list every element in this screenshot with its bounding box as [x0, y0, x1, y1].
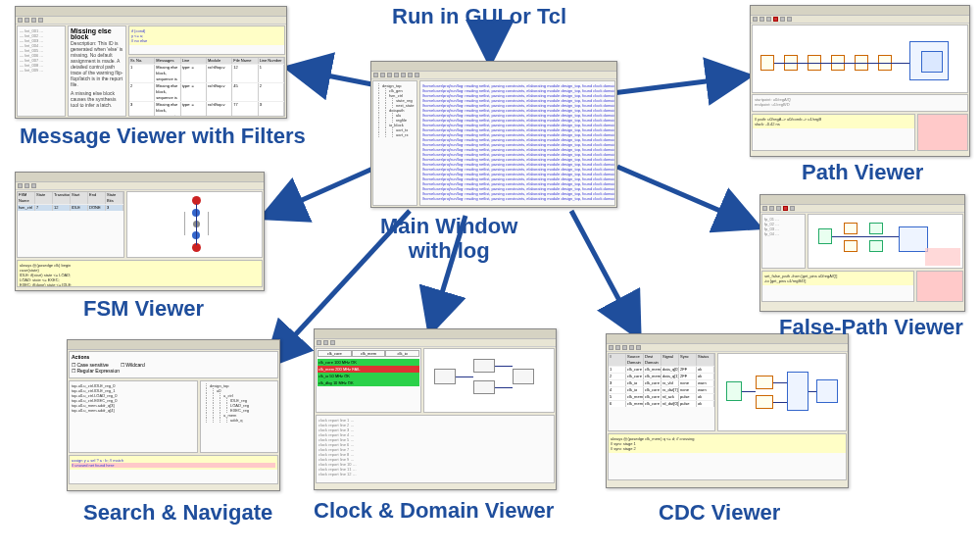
- cdc-grid[interactable]: #Source DomainDest DomainSignalSyncStatu…: [608, 353, 715, 431]
- cdc-schematic[interactable]: [717, 353, 847, 431]
- message-list[interactable]: — lint_001 …— lint_002 …— lint_003 … — l…: [18, 26, 65, 75]
- label-main-window: Main Windowwith log: [380, 214, 517, 264]
- false-path-code: set_false_path -from [get_pins u0/regA/Q…: [762, 272, 913, 285]
- main-window: design_top clk_gen fsm_ctrl state_reg ne…: [370, 61, 617, 208]
- label-fsm-viewer: FSM Viewer: [83, 296, 204, 321]
- fsm-code: always @(posedge clk) begin case(state) …: [18, 261, 262, 287]
- search-options[interactable]: Actions ☐ Case sensitive ☐ Wildcard ☐ Re…: [69, 351, 278, 378]
- message-source: if (cond) y <= a;// no else: [129, 26, 284, 45]
- false-path-schematic[interactable]: [808, 214, 963, 269]
- svg-line-3: [267, 167, 377, 216]
- path-viewer-window: startpoint: u0/regA/Qendpoint: u1/regB/D…: [750, 5, 970, 157]
- label-search-navigate: Search & Navigate: [83, 500, 272, 525]
- cdc-source: always @(posedge clk_mem) q <= d; // cro…: [609, 434, 846, 453]
- message-detail: Missing else block Description: This ID …: [68, 25, 126, 117]
- search-navigate-window: Actions ☐ Case sensitive ☐ Wildcard ☐ Re…: [67, 339, 280, 491]
- path-summary: startpoint: u0/regA/Qendpoint: u1/regB/D: [753, 95, 967, 109]
- label-false-path-viewer: False-Path Viewer: [779, 315, 963, 339]
- label-run-gui-tcl: Run in GUI or Tcl: [392, 4, 566, 28]
- search-results[interactable]: top.u0.u_ctrl.IDLE_reg_0top.u0.u_ctrl.ID…: [70, 381, 197, 415]
- false-path-list[interactable]: fp_01 …fp_02 …fp_03 …fp_04 …: [762, 215, 805, 238]
- fsm-diagram[interactable]: [126, 191, 263, 258]
- label-clock-domain: Clock & Domain Viewer: [314, 498, 554, 523]
- fsm-viewer-window: FSM NameStateTransitionsStartEndState Bi…: [15, 172, 265, 291]
- false-path-viewer-window: fp_01 …fp_02 …fp_03 …fp_04 … set_false_p…: [760, 194, 965, 312]
- search-source: assign y = sel ? a : b; // match // unus…: [70, 456, 277, 470]
- path-schematic[interactable]: [752, 25, 968, 93]
- false-path-violation-region: [917, 272, 962, 301]
- path-violation-region: [918, 115, 967, 150]
- main-window-toolbar: [371, 72, 616, 79]
- label-cdc-viewer: CDC Viewer: [659, 500, 780, 525]
- svg-line-4: [617, 167, 755, 226]
- clock-domain-window: clk_core clk_mem clk_io clk_core 100 MHz…: [314, 328, 557, 490]
- svg-line-2: [612, 76, 745, 93]
- clock-summary[interactable]: clk_core clk_mem clk_io clk_core 100 MHz…: [316, 348, 421, 413]
- main-window-titlebar: [371, 62, 616, 72]
- label-message-viewer: Message Viewer with Filters: [20, 124, 306, 148]
- fsm-grid[interactable]: FSM NameStateTransitionsStartEndState Bi…: [18, 192, 123, 211]
- label-path-viewer: Path Viewer: [802, 160, 923, 184]
- cdc-viewer-window: #Source DomainDest DomainSignalSyncStatu…: [606, 333, 849, 488]
- search-hierarchy[interactable]: design_top u0 u_ctrl IDLE_reg LOAD_reg E…: [201, 381, 277, 425]
- clock-log: clock report line 1 …clock report line 2…: [317, 416, 554, 478]
- clock-diagram[interactable]: [423, 348, 555, 413]
- main-log[interactable]: /home/user/proj/run/log: reading netlist…: [420, 81, 614, 203]
- message-grid[interactable]: Sr. No.Messages LineModule File NameLine…: [128, 57, 285, 117]
- message-viewer-window: — lint_001 …— lint_002 …— lint_003 … — l…: [15, 6, 287, 119]
- design-tree[interactable]: design_top clk_gen fsm_ctrl state_reg ne…: [373, 81, 416, 139]
- svg-line-7: [571, 211, 637, 333]
- path-code: // path: u0/regA -> u0/comb -> u1/regB s…: [753, 115, 914, 128]
